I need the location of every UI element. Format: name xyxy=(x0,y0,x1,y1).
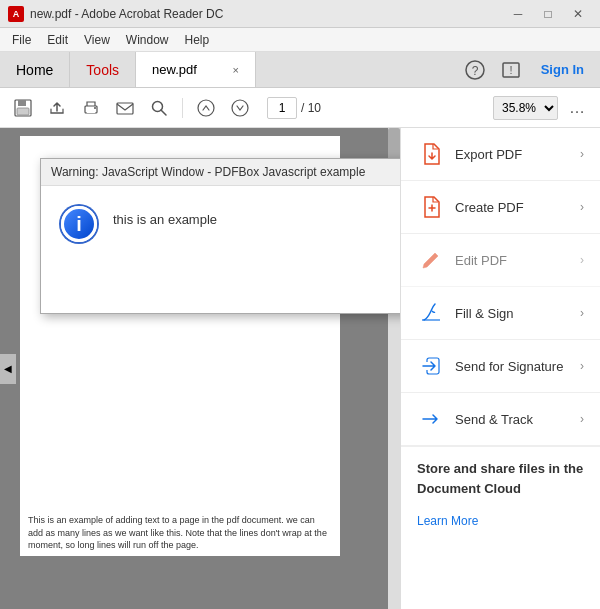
export-pdf-label: Export PDF xyxy=(455,147,570,162)
svg-text:?: ? xyxy=(471,64,478,78)
panel-item-edit-pdf[interactable]: Edit PDF › xyxy=(401,234,600,287)
minimize-button[interactable]: ─ xyxy=(504,4,532,24)
svg-point-13 xyxy=(198,100,214,116)
maximize-button[interactable]: □ xyxy=(534,4,562,24)
more-options-button[interactable]: … xyxy=(562,93,592,123)
panel-item-export-pdf[interactable]: Export PDF › xyxy=(401,128,600,181)
edit-pdf-arrow: › xyxy=(580,253,584,267)
title-bar: A new.pdf - Adobe Acrobat Reader DC ─ □ … xyxy=(0,0,600,28)
create-pdf-label: Create PDF xyxy=(455,200,570,215)
menu-edit[interactable]: Edit xyxy=(39,31,76,49)
cloud-section: Store and share files in the Document Cl… xyxy=(401,447,600,510)
svg-rect-10 xyxy=(117,103,133,114)
pdf-viewer[interactable]: ◀ This is an example of adding text to a… xyxy=(0,128,400,609)
page-navigation: 1 / 10 xyxy=(267,97,321,119)
toolbar: 1 / 10 35.8% 50% 75% 100% … xyxy=(0,88,600,128)
tab-bar-right: ? ! Sign In xyxy=(453,52,600,87)
dialog-footer: OK xyxy=(41,266,400,313)
send-signature-label: Send for Signature xyxy=(455,359,570,374)
menu-bar: File Edit View Window Help xyxy=(0,28,600,52)
menu-window[interactable]: Window xyxy=(118,31,177,49)
zoom-dropdown[interactable]: 35.8% 50% 75% 100% xyxy=(493,96,558,120)
javascript-dialog: Warning: JavaScript Window - PDFBox Java… xyxy=(40,158,400,314)
send-signature-icon xyxy=(417,352,445,380)
svg-point-14 xyxy=(232,100,248,116)
cloud-text: Store and share files in the Document Cl… xyxy=(417,461,583,496)
svg-rect-5 xyxy=(18,100,26,106)
svg-line-12 xyxy=(161,110,166,115)
panel-item-send-signature[interactable]: Send for Signature › xyxy=(401,340,600,393)
tab-home[interactable]: Home xyxy=(0,52,70,87)
create-pdf-icon xyxy=(417,193,445,221)
menu-help[interactable]: Help xyxy=(177,31,218,49)
close-tab-icon[interactable]: × xyxy=(233,64,239,76)
tab-tools[interactable]: Tools xyxy=(70,52,136,87)
edit-pdf-label: Edit PDF xyxy=(455,253,570,268)
alert-button[interactable]: ! xyxy=(497,56,525,84)
send-track-arrow: › xyxy=(580,412,584,426)
print-button[interactable] xyxy=(76,93,106,123)
panel-item-create-pdf[interactable]: Create PDF › xyxy=(401,181,600,234)
right-panel: Export PDF › Create PDF › Edit PDF xyxy=(400,128,600,609)
dialog-title-bar: Warning: JavaScript Window - PDFBox Java… xyxy=(41,159,400,186)
panel-item-fill-sign[interactable]: Fill & Sign › xyxy=(401,287,600,340)
tab-file[interactable]: new.pdf × xyxy=(136,52,256,87)
page-down-button[interactable] xyxy=(225,93,255,123)
svg-point-9 xyxy=(94,107,96,109)
svg-text:!: ! xyxy=(509,64,512,76)
separator xyxy=(182,98,183,118)
main-area: ◀ This is an example of adding text to a… xyxy=(0,128,600,609)
create-pdf-arrow: › xyxy=(580,200,584,214)
dialog-title: Warning: JavaScript Window - PDFBox Java… xyxy=(51,165,365,179)
panel-item-send-track[interactable]: Send & Track › xyxy=(401,393,600,446)
export-pdf-arrow: › xyxy=(580,147,584,161)
sign-in-button[interactable]: Sign In xyxy=(533,58,592,81)
svg-rect-8 xyxy=(87,109,95,113)
page-total: / 10 xyxy=(301,101,321,115)
svg-rect-6 xyxy=(17,108,29,115)
learn-more-link[interactable]: Learn More xyxy=(401,510,600,532)
tab-bar: Home Tools new.pdf × ? ! Sign In xyxy=(0,52,600,88)
send-signature-arrow: › xyxy=(580,359,584,373)
fill-sign-arrow: › xyxy=(580,306,584,320)
dialog-overlay: Warning: JavaScript Window - PDFBox Java… xyxy=(0,128,400,609)
app-icon: A xyxy=(8,6,24,22)
email-button[interactable] xyxy=(110,93,140,123)
zoom-control: 35.8% 50% 75% 100% … xyxy=(493,93,592,123)
send-track-label: Send & Track xyxy=(455,412,570,427)
menu-file[interactable]: File xyxy=(4,31,39,49)
info-icon: i xyxy=(61,206,97,242)
window-title: new.pdf - Adobe Acrobat Reader DC xyxy=(30,7,223,21)
close-button[interactable]: ✕ xyxy=(564,4,592,24)
upload-button[interactable] xyxy=(42,93,72,123)
fill-sign-label: Fill & Sign xyxy=(455,306,570,321)
edit-pdf-icon xyxy=(417,246,445,274)
page-number-input[interactable]: 1 xyxy=(267,97,297,119)
fill-sign-icon xyxy=(417,299,445,327)
menu-view[interactable]: View xyxy=(76,31,118,49)
dialog-message: this is an example xyxy=(113,206,217,227)
export-pdf-icon xyxy=(417,140,445,168)
dialog-content: i this is an example xyxy=(41,186,400,266)
help-button[interactable]: ? xyxy=(461,56,489,84)
save-button[interactable] xyxy=(8,93,38,123)
send-track-icon xyxy=(417,405,445,433)
window-controls: ─ □ ✕ xyxy=(504,4,592,24)
page-up-button[interactable] xyxy=(191,93,221,123)
search-button[interactable] xyxy=(144,93,174,123)
